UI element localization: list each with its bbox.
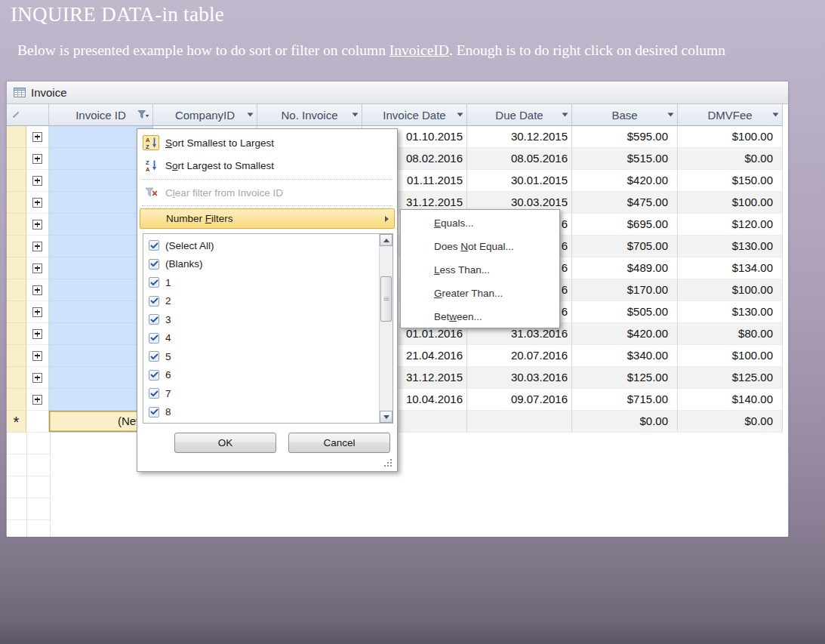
row-selector[interactable]: [7, 279, 26, 301]
filter-value-item[interactable]: 8: [149, 403, 380, 422]
filter-value-item[interactable]: 6: [149, 366, 380, 385]
checkbox-checked-icon[interactable]: [149, 407, 159, 418]
cell-base[interactable]: $125.00: [572, 367, 678, 389]
cell-dmvfee[interactable]: $125.00: [678, 367, 783, 389]
cell-due-date[interactable]: 09.07.2016: [467, 389, 572, 411]
checkbox-checked-icon[interactable]: [149, 296, 159, 307]
header-dropdown-arrow-icon[interactable]: [352, 112, 359, 117]
cell-base[interactable]: $420.00: [572, 323, 678, 345]
cell-base[interactable]: $595.00: [572, 126, 678, 148]
cell-dmvfee[interactable]: $100.00: [678, 126, 783, 148]
column-header-no-invoice[interactable]: No. Invoice: [257, 104, 362, 126]
submenu-item-between[interactable]: Between...: [401, 305, 559, 328]
active-filter-funnel-icon[interactable]: [137, 110, 149, 120]
filter-value-item[interactable]: (Blanks): [149, 255, 380, 274]
header-dropdown-arrow-icon[interactable]: [562, 112, 568, 117]
table-tab-label[interactable]: Invoice: [31, 86, 67, 99]
expand-row-cell[interactable]: [26, 170, 49, 192]
column-header-invoice-id[interactable]: Invoice ID: [49, 104, 153, 126]
submenu-item-equals[interactable]: Equals...: [401, 211, 559, 235]
scroll-up-button[interactable]: [380, 234, 392, 246]
filter-value-item[interactable]: 2: [149, 292, 380, 311]
expand-row-cell[interactable]: [26, 323, 49, 345]
cell-dmvfee[interactable]: $130.00: [678, 301, 783, 323]
header-dropdown-arrow-icon[interactable]: [457, 112, 463, 117]
column-header-base[interactable]: Base: [572, 104, 678, 126]
cell-dmvfee[interactable]: $120.00: [678, 214, 783, 236]
expand-row-cell[interactable]: [26, 389, 49, 411]
column-header-invoice-date[interactable]: Invoice Date: [362, 104, 467, 126]
row-selector[interactable]: [7, 236, 26, 257]
new-record-base-cell[interactable]: $0.00: [572, 411, 678, 433]
select-all-corner[interactable]: [7, 104, 49, 126]
expand-row-cell[interactable]: [26, 279, 49, 301]
filter-value-item[interactable]: (Select All): [149, 236, 380, 255]
filter-value-item[interactable]: 1: [149, 273, 380, 292]
checkbox-checked-icon[interactable]: [149, 314, 159, 325]
checkbox-checked-icon[interactable]: [149, 370, 159, 381]
submenu-item-less-than[interactable]: Less Than...: [401, 258, 559, 282]
row-selector[interactable]: [7, 126, 26, 148]
expand-row-cell[interactable]: [26, 301, 49, 323]
filter-value-item[interactable]: 7: [149, 384, 380, 403]
row-selector[interactable]: [7, 367, 26, 389]
header-dropdown-arrow-icon[interactable]: [247, 112, 254, 117]
cell-dmvfee[interactable]: $134.00: [678, 257, 783, 279]
row-selector[interactable]: [7, 192, 26, 214]
cell-due-date[interactable]: 30.01.2015: [467, 170, 572, 192]
resize-grip[interactable]: [383, 458, 393, 468]
expand-row-cell[interactable]: [26, 367, 49, 389]
expand-row-cell[interactable]: [26, 148, 49, 170]
expand-row-cell[interactable]: [26, 126, 49, 148]
column-header-companyid[interactable]: CompanyID: [153, 104, 257, 126]
cell-base[interactable]: $340.00: [572, 345, 678, 367]
submenu-item-greater-than[interactable]: Greater Than...: [401, 282, 559, 305]
cancel-button[interactable]: Cancel: [288, 433, 390, 453]
new-record-due-date-cell[interactable]: [467, 411, 572, 433]
checkbox-checked-icon[interactable]: [149, 388, 159, 399]
expand-row-cell[interactable]: [26, 236, 49, 257]
cell-base[interactable]: $475.00: [572, 192, 678, 214]
header-dropdown-arrow-icon[interactable]: [772, 112, 779, 117]
checkbox-checked-icon[interactable]: [149, 333, 159, 344]
checkbox-checked-icon[interactable]: [149, 351, 159, 362]
scrollbar-thumb[interactable]: [380, 276, 392, 322]
cell-base[interactable]: $515.00: [572, 148, 678, 170]
expand-row-cell[interactable]: [26, 345, 49, 367]
checkbox-checked-icon[interactable]: [149, 240, 159, 251]
expand-row-cell[interactable]: [26, 192, 49, 214]
row-selector[interactable]: [7, 257, 26, 279]
row-selector[interactable]: [7, 345, 26, 367]
row-selector[interactable]: [7, 170, 26, 192]
menu-item-number-filters[interactable]: Number Filters: [140, 208, 395, 229]
cell-dmvfee[interactable]: $140.00: [678, 389, 783, 411]
row-selector[interactable]: [7, 389, 26, 411]
cell-dmvfee[interactable]: $150.00: [678, 170, 783, 192]
cell-base[interactable]: $705.00: [572, 236, 678, 257]
column-header-dmvfee[interactable]: DMVFee: [678, 104, 783, 126]
ok-button[interactable]: OK: [174, 433, 276, 453]
cell-due-date[interactable]: 08.05.2016: [467, 148, 572, 170]
menu-item-sort-smallest-to-largest[interactable]: AZ Sort Smallest to Largest: [140, 132, 395, 153]
cell-dmvfee[interactable]: $80.00: [678, 323, 783, 345]
cell-dmvfee[interactable]: $0.00: [678, 148, 783, 170]
cell-dmvfee[interactable]: $130.00: [678, 236, 783, 257]
cell-base[interactable]: $420.00: [572, 170, 678, 192]
cell-due-date[interactable]: 30.03.2016: [467, 367, 572, 389]
expand-row-cell[interactable]: [26, 214, 49, 236]
submenu-item-does-not-equal[interactable]: Does Not Equal...: [401, 235, 559, 258]
row-selector[interactable]: [7, 323, 26, 345]
cell-dmvfee[interactable]: $100.00: [678, 192, 783, 214]
checkbox-checked-icon[interactable]: [149, 277, 159, 288]
cell-base[interactable]: $695.00: [572, 214, 678, 236]
new-record-selector[interactable]: *: [7, 411, 26, 433]
menu-item-sort-largest-to-smallest[interactable]: ZA Sort Largest to Smallest: [140, 155, 395, 176]
cell-base[interactable]: $715.00: [572, 389, 678, 411]
cell-dmvfee[interactable]: $100.00: [678, 345, 783, 367]
expand-row-cell[interactable]: [26, 257, 49, 279]
checklist-scrollbar[interactable]: [379, 234, 392, 423]
cell-due-date[interactable]: 20.07.2016: [467, 345, 572, 367]
cell-base[interactable]: $489.00: [572, 257, 678, 279]
cell-base[interactable]: $170.00: [572, 279, 678, 301]
filter-value-item[interactable]: 5: [149, 347, 380, 366]
